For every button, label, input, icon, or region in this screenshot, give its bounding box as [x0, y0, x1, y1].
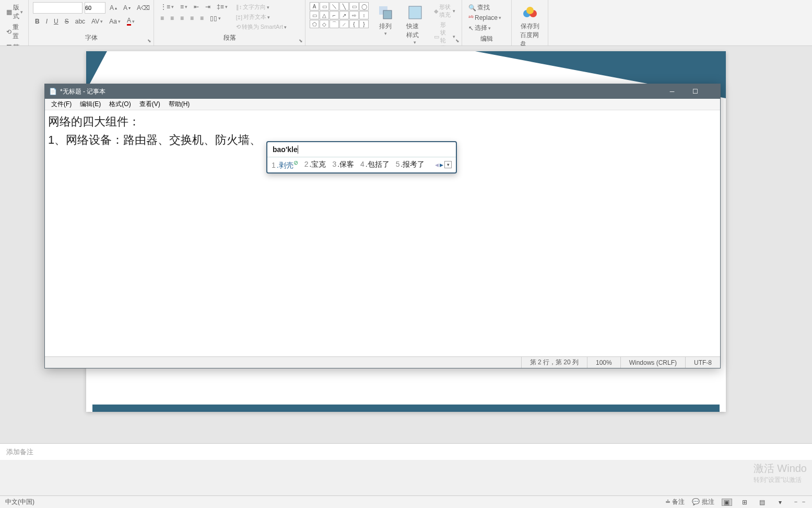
replace-icon: ᵃᵇ [468, 14, 474, 21]
spacing-button[interactable]: AV▾ [89, 17, 105, 26]
minimize-button[interactable]: ─ [661, 84, 684, 99]
status-notes-button[interactable]: ≐ 备注 [665, 498, 685, 506]
grow-font-button[interactable]: A▴ [108, 3, 119, 13]
group-label-paragraph: 段落 [158, 32, 301, 43]
font-size-select[interactable] [85, 2, 105, 14]
notepad-titlebar[interactable]: 📄 *无标题 - 记事本 ─ ☐ [45, 84, 720, 99]
line-spacing-button[interactable]: ‡≡▾ [215, 2, 230, 11]
layout-button[interactable]: ▦ 版式▾ [4, 2, 24, 22]
notes-placeholder: 添加备注 [6, 447, 33, 457]
numbering-button[interactable]: ≡▾ [178, 2, 190, 11]
case-button[interactable]: Aa▾ [107, 17, 123, 26]
np-status-zoom: 100% [587, 357, 620, 368]
arrange-button[interactable]: 排列▾ [373, 2, 398, 38]
group-edit: 🔍 查找 ᵃᵇ Replace ▾ ↖ 选择 ▾ 编辑 [462, 0, 512, 45]
shadow-button[interactable]: abc [73, 17, 87, 26]
view-slideshow-icon[interactable]: ▾ [775, 499, 785, 506]
cloud-check-icon: ⊘ [293, 159, 298, 166]
select-button[interactable]: ↖ 选择 ▾ [466, 22, 507, 33]
close-button[interactable] [707, 84, 720, 99]
draw-expand-icon[interactable]: ⬊ [455, 38, 460, 43]
svg-rect-2 [409, 6, 421, 19]
np-status-encoding: UTF-8 [685, 357, 720, 368]
group-save: 保存到 百度网盘 保存 [512, 0, 548, 45]
group-paragraph: ⋮≡▾ ≡▾ ⇤ ⇥ ‡≡▾ ≡ ≡ ≡ ≡ ≡ ▯▯▾ ‖↕ 文字方向 ▾ [… [154, 0, 305, 45]
bold-button[interactable]: B [33, 17, 42, 26]
ime-candidate-2[interactable]: 2.宝克 [304, 160, 326, 169]
text-direction-button[interactable]: ‖↕ 文字方向 ▾ [234, 2, 289, 12]
notes-pane[interactable]: 添加备注 [0, 443, 812, 460]
smartart-button[interactable]: ⟲ 转换为 SmartArt ▾ [234, 22, 289, 32]
para-expand-icon[interactable]: ⬊ [299, 38, 303, 43]
group-label-edit: 编辑 [466, 33, 507, 44]
svg-point-5 [526, 7, 534, 14]
arrange-icon [377, 4, 394, 21]
view-normal-icon[interactable]: ▣ [722, 499, 732, 506]
find-button[interactable]: 🔍 查找 [466, 2, 507, 13]
replace-button[interactable]: ᵃᵇ Replace ▾ [466, 13, 507, 22]
ime-candidate-5[interactable]: 5.报考了 [396, 160, 425, 169]
view-reading-icon[interactable]: ▤ [757, 499, 768, 506]
group-drawing: A▭＼╲▭◯ ▭△⌐↗⇨↕ ⬠◇⌒⟋{} 排列▾ 快速样式▾ ◆ 形状填充 ▾ … [305, 0, 462, 45]
ime-composition: bao'kle [267, 142, 456, 157]
align-dist-button[interactable]: ≡ [198, 14, 206, 23]
quickstyle-button[interactable]: 快速样式▾ [402, 2, 428, 47]
notepad-menubar: 文件(F) 编辑(E) 格式(O) 查看(V) 帮助(H) [45, 99, 720, 110]
status-comments-button[interactable]: 💬 批注 [692, 498, 714, 506]
font-expand-icon[interactable]: ⬊ [147, 38, 151, 43]
group-slides: ▦ 版式▾ ⟲ 重置 ☰ 节▾ 幻灯片 [0, 0, 29, 45]
notepad-title: *无标题 - 记事本 [60, 87, 105, 96]
align-justify-button[interactable]: ≡ [188, 14, 196, 23]
zoom-out-button[interactable]: － － [793, 498, 807, 506]
text-line-1: 网络的四大组件： [48, 112, 717, 131]
ime-prev-icon[interactable]: ◂ [435, 160, 439, 169]
ime-candidate-1[interactable]: 1.剥壳⊘ [272, 159, 298, 170]
ime-candidate-3[interactable]: 3.保客 [332, 160, 354, 169]
columns-button[interactable]: ▯▯▾ [208, 14, 223, 23]
notepad-statusbar: 第 2 行，第 20 列 100% Windows (CRLF) UTF-8 [45, 356, 720, 368]
shape-fill-button[interactable]: ◆ 形状填充 ▾ [432, 2, 457, 20]
status-language[interactable]: 中文(中国) [5, 498, 34, 506]
align-left-button[interactable]: ≡ [158, 14, 166, 23]
notepad-window: 📄 *无标题 - 记事本 ─ ☐ 文件(F) 编辑(E) 格式(O) 查看(V)… [44, 84, 721, 368]
shape-gallery[interactable]: A▭＼╲▭◯ ▭△⌐↗⇨↕ ⬠◇⌒⟋{} [310, 2, 369, 28]
font-family-select[interactable] [33, 2, 83, 14]
indent-dec-button[interactable]: ⇤ [192, 2, 201, 11]
indent-inc-button[interactable]: ⇥ [203, 2, 213, 11]
group-label-font: 字体 [33, 32, 149, 43]
ime-dropdown-icon[interactable]: ▾ [444, 161, 452, 168]
menu-format[interactable]: 格式(O) [105, 99, 135, 110]
find-icon: 🔍 [468, 4, 476, 11]
menu-view[interactable]: 查看(V) [135, 99, 164, 110]
np-status-eol: Windows (CRLF) [620, 357, 685, 368]
group-font: A▴ A▾ A⌫ B I U S abc AV▾ Aa▾ A▾ 字体 ⬊ [29, 0, 154, 45]
clear-format-button[interactable]: A⌫ [135, 3, 152, 13]
cloud-icon [522, 4, 538, 21]
ribbon: ▦ 版式▾ ⟲ 重置 ☰ 节▾ 幻灯片 A▴ A▾ A⌫ B I U S abc… [0, 0, 812, 46]
align-center-button[interactable]: ≡ [168, 14, 176, 23]
np-status-position: 第 2 行，第 20 列 [521, 357, 587, 368]
strike-button[interactable]: S [63, 17, 71, 26]
menu-file[interactable]: 文件(F) [47, 99, 76, 110]
notepad-icon: 📄 [49, 88, 57, 95]
ime-candidate-4[interactable]: 4.包括了 [360, 160, 390, 169]
ime-next-icon[interactable]: ▸ [440, 160, 443, 169]
slide-decoration-bottom [92, 405, 720, 412]
view-sorter-icon[interactable]: ⊞ [739, 499, 750, 506]
svg-rect-1 [383, 10, 392, 19]
bullets-button[interactable]: ⋮≡▾ [158, 2, 176, 11]
quickstyle-icon [407, 4, 423, 21]
select-icon: ↖ [468, 25, 474, 32]
maximize-button[interactable]: ☐ [684, 84, 707, 99]
menu-help[interactable]: 帮助(H) [164, 99, 194, 110]
menu-edit[interactable]: 编辑(E) [76, 99, 105, 110]
align-text-button[interactable]: [‡] 对齐文本 ▾ [234, 12, 289, 22]
italic-button[interactable]: I [44, 17, 50, 26]
save-to-cloud-button[interactable]: 保存到 百度网盘 [516, 2, 544, 51]
reset-button[interactable]: ⟲ 重置 [4, 22, 24, 42]
font-color-button[interactable]: A▾ [125, 16, 137, 27]
activation-watermark: 激活 Windo 转到"设置"以激活 [754, 461, 807, 484]
underline-button[interactable]: U [52, 17, 61, 26]
align-right-button[interactable]: ≡ [178, 14, 186, 23]
shrink-font-button[interactable]: A▾ [121, 3, 133, 13]
